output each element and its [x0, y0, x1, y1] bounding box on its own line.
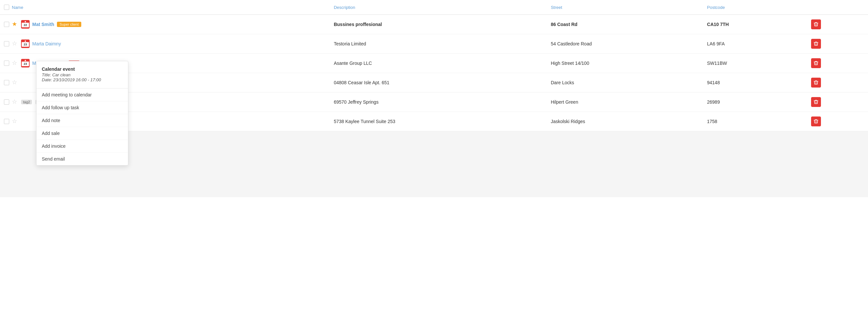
popup-date: Date: 23/10/2019 16:00 - 17:00: [42, 77, 123, 82]
delete-button[interactable]: [811, 78, 821, 88]
popup-menu-item[interactable]: Add meeting to calendar: [36, 89, 128, 101]
col-header-description: Description: [330, 0, 547, 15]
row-checkbox[interactable]: [4, 22, 9, 27]
popup-menu-item[interactable]: Send email: [36, 153, 128, 165]
postcode-cell: 94148: [703, 73, 807, 92]
description-cell: 69570 Jeffrey Springs: [330, 92, 547, 112]
table-header-row: Name Description Street Postcode: [0, 0, 868, 15]
star-icon[interactable]: ☆: [12, 79, 19, 86]
star-icon[interactable]: ★: [12, 21, 19, 28]
row-checkbox[interactable]: [4, 61, 9, 66]
description-cell: Bussines proffesional: [330, 15, 547, 34]
description-cell: 5738 Kaylee Tunnel Suite 253: [330, 112, 547, 131]
table-row: ☆04808 Ceasar Isle Apt. 651Dare Locks941…: [0, 73, 868, 92]
contact-name[interactable]: Marta Daimny: [32, 41, 61, 47]
delete-button[interactable]: [811, 39, 821, 49]
col-header-postcode: Postcode: [703, 0, 807, 15]
name-cell-inner: ★ 22 Mat SmithSuper client: [4, 20, 326, 29]
street-cell: Jaskolski Ridges: [547, 112, 703, 131]
popup-title: Calendar event: [42, 66, 123, 72]
name-cell: ☆ 23 Marta Daimny: [0, 34, 330, 54]
street-cell: Dare Locks: [547, 73, 703, 92]
postcode-cell: CA10 7TH: [703, 15, 807, 34]
street-cell: 54 Castledore Road: [547, 34, 703, 54]
action-cell: [807, 92, 868, 112]
name-cell: ★ 22 Mat SmithSuper client: [0, 15, 330, 34]
postcode-cell: 1758: [703, 112, 807, 131]
main-container: Name Description Street Postcode ★: [0, 0, 868, 335]
col-header-name: Name: [0, 0, 330, 15]
postcode-cell: SW11BW: [703, 54, 807, 73]
star-icon[interactable]: ☆: [12, 40, 19, 47]
contact-tag: tag2: [21, 100, 32, 104]
table-row: ★ 22 Mat SmithSuper clientBussines proff…: [0, 15, 868, 34]
street-cell: High Street 14/100: [547, 54, 703, 73]
action-cell: [807, 73, 868, 92]
delete-button[interactable]: [811, 20, 821, 29]
popup-menu-item[interactable]: Add sale: [36, 127, 128, 140]
star-icon[interactable]: ☆: [12, 118, 19, 125]
table-row: ☆tag2tag369570 Jeffrey SpringsHilpert Gr…: [0, 92, 868, 112]
calendar-popup: Calendar event Title: Car clean Date: 23…: [36, 61, 128, 165]
postcode-cell: 26989: [703, 92, 807, 112]
contacts-table: Name Description Street Postcode ★: [0, 0, 868, 131]
table-row: ☆5738 Kaylee Tunnel Suite 253Jaskolski R…: [0, 112, 868, 131]
subtitle-label: Title:: [42, 72, 52, 77]
popup-menu-item[interactable]: Add note: [36, 114, 128, 127]
postcode-cell: LA6 9FA: [703, 34, 807, 54]
popup-menu-item[interactable]: Add follow up task: [36, 101, 128, 114]
delete-button[interactable]: [811, 117, 821, 126]
table-footer: [0, 131, 868, 197]
contact-badge: Super client: [57, 22, 81, 27]
description-cell: 04808 Ceasar Isle Apt. 651: [330, 73, 547, 92]
row-checkbox[interactable]: [4, 119, 9, 124]
street-cell: Hilpert Green: [547, 92, 703, 112]
description-cell: Asante Group LLC: [330, 54, 547, 73]
calendar-icon[interactable]: 23: [21, 59, 30, 67]
street-cell: 86 Coast Rd: [547, 15, 703, 34]
name-cell-inner: ☆ 23 Marta Daimny: [4, 39, 326, 48]
select-all-checkbox[interactable]: [4, 5, 9, 10]
contacts-list: ★ 22 Mat SmithSuper clientBussines proff…: [0, 15, 868, 131]
delete-button[interactable]: [811, 97, 821, 107]
popup-header: Calendar event Title: Car clean Date: 23…: [36, 66, 128, 86]
star-icon[interactable]: ☆: [12, 60, 19, 66]
col-header-street: Street: [547, 0, 703, 15]
delete-button[interactable]: [811, 58, 821, 68]
action-cell: [807, 34, 868, 54]
table-row: ☆ 23 Marta DaimnyTestoria Limited54 Cast…: [0, 34, 868, 54]
star-icon[interactable]: ☆: [12, 99, 19, 105]
date-value: 23/10/2019 16:00 - 17:00: [53, 77, 101, 82]
col-header-action: [807, 0, 868, 15]
description-cell: Testoria Limited: [330, 34, 547, 54]
popup-menu: Add meeting to calendarAdd follow up tas…: [36, 89, 128, 165]
row-checkbox[interactable]: [4, 41, 9, 47]
date-label: Date:: [42, 77, 53, 82]
action-cell: [807, 112, 868, 131]
popup-menu-item[interactable]: Add invoice: [36, 140, 128, 153]
subtitle-value: Car clean: [52, 72, 71, 77]
action-cell: [807, 15, 868, 34]
name-column-label: Name: [12, 5, 23, 10]
calendar-icon[interactable]: 23: [21, 39, 30, 48]
row-checkbox[interactable]: [4, 99, 9, 105]
contact-name[interactable]: Mat Smith: [32, 22, 54, 27]
popup-subtitle: Title: Car clean: [42, 72, 123, 77]
row-checkbox[interactable]: [4, 80, 9, 85]
calendar-icon[interactable]: 22: [21, 20, 30, 29]
action-cell: [807, 54, 868, 73]
table-row: ☆ 23 Martin KowalskyVIPAsante Group LLCH…: [0, 54, 868, 73]
